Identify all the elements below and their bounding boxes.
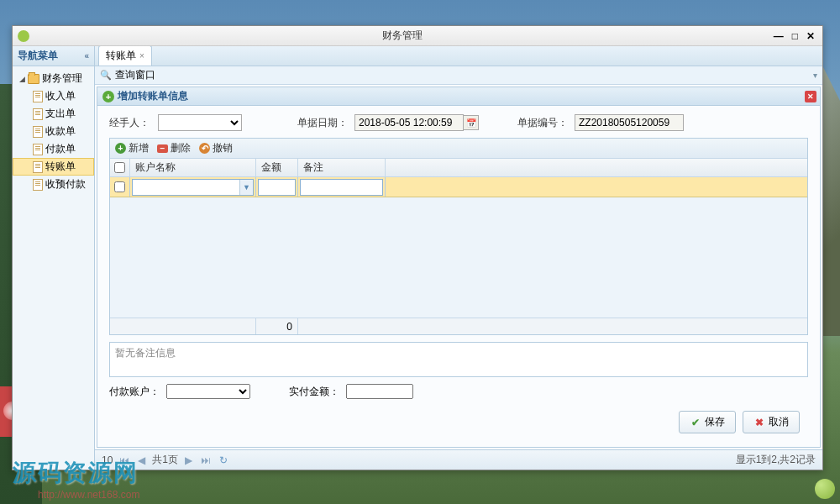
- table-row[interactable]: ▼: [110, 177, 807, 197]
- pager-first-icon[interactable]: ⏮: [118, 454, 131, 466]
- date-label: 单据日期：: [297, 116, 348, 130]
- row-checkbox[interactable]: [114, 181, 125, 192]
- sidebar-collapse-icon[interactable]: «: [84, 51, 89, 60]
- sidebar: 导航菜单 « ◢ 财务管理 收入单支出单收款单付款单转账单收预付款: [13, 46, 95, 470]
- refresh-icon[interactable]: ↻: [218, 454, 229, 466]
- col-account[interactable]: 账户名称: [130, 159, 256, 176]
- pager-last-icon[interactable]: ⏭: [199, 454, 213, 466]
- tree-root-label: 财务管理: [42, 71, 82, 86]
- remark-input[interactable]: [300, 179, 383, 196]
- app-window: 财务管理 — □ ✕ 导航菜单 « ◢ 财务管理 收入单支出单收款单付款单转账单…: [12, 25, 823, 470]
- document-icon: [33, 144, 43, 155]
- search-bar: 🔍 查询窗口 ▾: [95, 66, 822, 85]
- document-icon: [33, 161, 43, 173]
- titlebar[interactable]: 财务管理 — □ ✕: [13, 26, 822, 46]
- sidebar-item-label: 转账单: [45, 160, 76, 174]
- folder-icon: [28, 74, 39, 84]
- account-combo[interactable]: ▼: [132, 179, 254, 196]
- undo-icon: ↶: [199, 143, 210, 154]
- grid-footer: 0: [110, 318, 807, 334]
- tree-root[interactable]: ◢ 财务管理: [13, 70, 94, 87]
- tray-icon[interactable]: [815, 479, 835, 499]
- sidebar-item-label: 收预付款: [45, 177, 86, 192]
- pager-prev-icon[interactable]: ◀: [136, 454, 147, 466]
- col-remark[interactable]: 备注: [298, 159, 386, 176]
- grid: +新增 −删除 ↶撤销 账户名称 金额 备注: [109, 138, 808, 335]
- sidebar-item-3[interactable]: 付款单: [13, 140, 94, 158]
- app-icon: [18, 30, 29, 42]
- cross-icon: ✖: [753, 417, 765, 428]
- maximize-button[interactable]: □: [790, 30, 801, 42]
- panel-close-icon[interactable]: ✕: [805, 91, 816, 102]
- date-input[interactable]: [354, 114, 464, 131]
- sidebar-item-4[interactable]: 转账单: [13, 158, 94, 176]
- form-panel: + 增加转账单信息 ✕ 经手人： 单据日期： 📅: [97, 87, 821, 448]
- grid-header: 账户名称 金额 备注: [110, 159, 807, 177]
- col-amount[interactable]: 金额: [256, 159, 298, 176]
- actual-amount-label: 实付金额：: [289, 385, 339, 399]
- form-row-top: 经手人： 单据日期： 📅 单据编号：: [109, 114, 808, 131]
- pager: 10 ⏮ ◀ 共1页 ▶ ⏭ ↻ 显示1到2,共2记录: [95, 449, 822, 470]
- window-title: 财务管理: [34, 29, 771, 43]
- grid-toolbar: +新增 −删除 ↶撤销: [110, 139, 807, 159]
- main-area: 转账单 × 🔍 查询窗口 ▾ + 增加转账单信息 ✕ 经手人：: [95, 46, 822, 470]
- tab-strip: 转账单 ×: [95, 46, 822, 66]
- page-info: 共1页: [152, 453, 178, 467]
- col-checkbox[interactable]: [110, 159, 130, 176]
- sidebar-item-label: 收款单: [45, 124, 76, 139]
- plus-icon: +: [102, 91, 114, 102]
- close-button[interactable]: ✕: [804, 30, 817, 42]
- delete-icon: −: [157, 144, 168, 153]
- sidebar-header: 导航菜单 «: [13, 46, 94, 66]
- grid-undo-button[interactable]: ↶撤销: [199, 141, 233, 155]
- tree-arrow-icon[interactable]: ◢: [19, 75, 28, 83]
- pager-next-icon[interactable]: ▶: [183, 454, 194, 466]
- chevron-down-icon[interactable]: ▼: [239, 180, 253, 195]
- document-icon: [33, 126, 43, 138]
- footer-total: 0: [256, 318, 298, 334]
- expand-icon[interactable]: ▾: [813, 71, 817, 80]
- handler-select[interactable]: [158, 114, 242, 131]
- sidebar-item-5[interactable]: 收预付款: [13, 176, 94, 193]
- document-icon: [33, 108, 43, 120]
- document-icon: [33, 91, 43, 102]
- grid-delete-button[interactable]: −删除: [157, 141, 191, 155]
- panel-title: 增加转账单信息: [118, 89, 188, 103]
- minimize-button[interactable]: —: [771, 30, 786, 42]
- handler-label: 经手人：: [109, 116, 151, 130]
- remark-textarea[interactable]: 暂无备注信息: [109, 342, 808, 377]
- header-checkbox[interactable]: [114, 162, 125, 173]
- pager-info: 显示1到2,共2记录: [736, 453, 816, 467]
- cancel-button[interactable]: ✖取消: [743, 411, 800, 433]
- search-icon: 🔍: [100, 70, 112, 81]
- actual-amount-input[interactable]: [346, 384, 413, 399]
- docno-label: 单据编号：: [517, 116, 568, 130]
- amount-input[interactable]: [258, 179, 296, 196]
- pay-account-select[interactable]: [166, 384, 250, 399]
- docno-input[interactable]: [575, 114, 684, 131]
- panel-header: + 增加转账单信息 ✕: [97, 87, 820, 106]
- sidebar-item-1[interactable]: 支出单: [13, 105, 94, 123]
- page-size[interactable]: 10: [102, 454, 113, 466]
- add-icon: +: [115, 143, 126, 154]
- sidebar-item-label: 付款单: [45, 142, 76, 156]
- nav-tree: ◢ 财务管理 收入单支出单收款单付款单转账单收预付款: [13, 66, 94, 197]
- search-label: 查询窗口: [115, 68, 155, 82]
- bottom-row: 付款账户： 实付金额：: [109, 384, 808, 399]
- sidebar-item-2[interactable]: 收款单: [13, 123, 94, 140]
- pay-account-label: 付款账户：: [109, 385, 160, 399]
- check-icon: ✔: [690, 417, 701, 428]
- action-bar: ✔保存 ✖取消: [109, 406, 808, 438]
- tab-close-icon[interactable]: ×: [139, 51, 144, 60]
- sidebar-item-label: 支出单: [45, 107, 76, 121]
- sidebar-item-0[interactable]: 收入单: [13, 87, 94, 105]
- document-icon: [33, 179, 43, 191]
- sidebar-item-label: 收入单: [45, 89, 76, 103]
- sidebar-title: 导航菜单: [18, 49, 58, 63]
- save-button[interactable]: ✔保存: [679, 411, 736, 433]
- grid-body: ▼: [110, 177, 807, 318]
- grid-add-button[interactable]: +新增: [115, 141, 149, 155]
- calendar-icon[interactable]: 📅: [464, 115, 479, 130]
- tab-transfer[interactable]: 转账单 ×: [98, 46, 152, 66]
- tab-label: 转账单: [106, 49, 136, 63]
